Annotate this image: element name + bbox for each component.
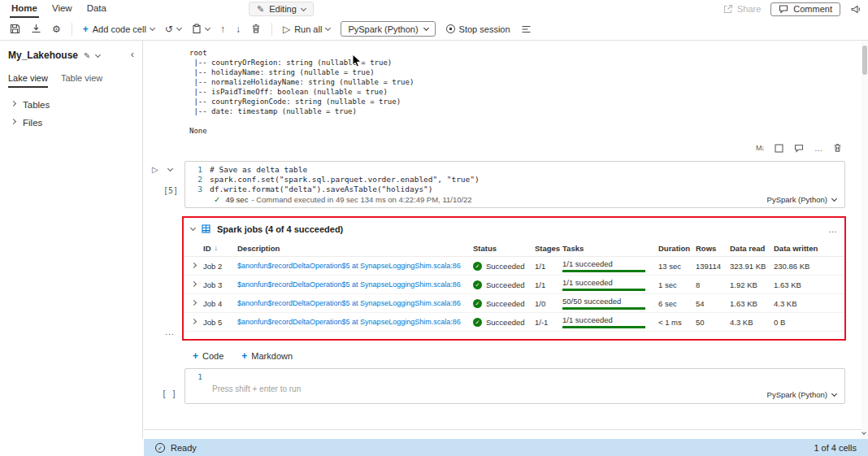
pencil-icon: ✎ [257,4,264,15]
line-number: 1 [185,165,210,175]
cell-execution-count: [ ] [162,389,176,398]
comment-label: Comment [793,4,832,14]
comment-icon[interactable] [794,144,804,153]
spark-job-row[interactable]: Job 4 $anonfun$recordDeltaOperation$5 at… [184,294,844,313]
comment-button[interactable]: Comment [770,2,840,16]
chevron-down-icon [831,196,837,202]
tab-lake-view[interactable]: Lake view [8,73,48,88]
expand-row-icon[interactable] [191,318,197,324]
job-description-link[interactable]: $anonfun$recordDeltaOperation$5 at Synap… [237,318,473,326]
code-editor[interactable]: 1 # Save as delta table 2 spark.conf.set… [185,162,844,194]
cell-language-selector[interactable]: PySpark (Python) [767,390,836,399]
tab-table-view[interactable]: Table view [61,73,102,88]
expand-row-icon[interactable] [191,280,197,286]
chevron-down-icon[interactable] [95,51,101,57]
cell-output-schema: root |-- countryOrRegion: string (nullab… [189,48,414,136]
job-stages: 1/1 [535,280,562,289]
more-options-icon[interactable]: … [828,224,837,234]
job-rows: 54 [696,299,730,308]
session-list-icon[interactable] [521,24,532,34]
stop-session-button[interactable]: Stop session [446,24,510,34]
add-code-label: Code [202,351,224,361]
column-header-rows[interactable]: Rows [696,244,730,253]
rename-pencil-icon[interactable]: ✎ [84,51,90,60]
mouse-cursor [352,54,362,68]
language-selector[interactable]: PySpark (Python) [341,21,435,37]
ready-check-icon: ✓ [155,443,165,453]
code-cell[interactable]: 1 # Save as delta table 2 spark.conf.set… [184,161,845,208]
expand-row-icon[interactable] [191,299,197,305]
move-cell-up-icon[interactable]: ↑ [220,24,225,34]
paste-button[interactable] [192,24,210,34]
delete-cell-icon[interactable] [251,24,261,34]
save-icon[interactable] [10,24,20,34]
expand-row-icon[interactable] [191,262,197,267]
sidebar-item-files[interactable]: Files [11,117,50,128]
job-data-read: 1.92 KB [730,280,774,289]
spark-jobs-header[interactable]: Spark jobs (4 of 4 succeeded) … [184,218,844,240]
stop-icon [446,24,455,33]
column-header-duration[interactable]: Duration [658,244,696,253]
convert-to-markdown-icon[interactable]: M↓ [756,144,764,152]
success-check-icon: ✓ [214,195,220,204]
export-icon[interactable] [31,24,41,34]
delete-cell-icon[interactable] [833,143,842,153]
job-status: Succeeded [486,299,525,308]
cell-language-selector[interactable]: PySpark (Python) [767,195,836,204]
run-cell-icon[interactable]: ▷ [152,165,158,174]
spark-job-row[interactable]: Job 2 $anonfun$recordDeltaOperation$5 at… [184,257,844,276]
lakehouse-title: My_Lakehouse ✎ [8,50,100,61]
job-data-read: 4.3 KB [730,318,774,327]
scrollbar-thumb[interactable] [862,46,867,75]
column-header-tasks[interactable]: Tasks [562,244,658,253]
empty-code-cell[interactable]: 1 Press shift + enter to run PySpark (Py… [184,368,845,404]
run-all-label: Run all [294,24,322,34]
more-commands-icon[interactable]: … [814,144,822,153]
add-cell-buttons: + Code + Markdown [193,350,293,362]
job-id: Job 3 [203,280,237,289]
tab-home[interactable]: Home [10,0,39,18]
settings-gear-icon[interactable]: ⚙ [52,24,61,34]
undo-button[interactable]: ↺ [165,24,181,34]
share-button[interactable]: Share [723,4,761,14]
move-cell-down-icon[interactable]: ↓ [236,24,241,34]
play-icon: ▷ [283,24,290,34]
scroll-down-arrow[interactable] [862,425,866,436]
clipboard-icon [192,24,202,34]
vertical-scrollbar[interactable] [861,41,868,439]
feedback-icon[interactable] [850,4,861,15]
run-all-button[interactable]: ▷ Run all [283,24,330,34]
add-code-cell-button[interactable]: + Add code cell [83,24,154,35]
collapse-output-icon[interactable] [775,144,783,153]
job-description-link[interactable]: $anonfun$recordDeltaOperation$5 at Synap… [237,262,473,270]
column-header-id[interactable]: ID [203,244,211,253]
add-markdown-button[interactable]: + Markdown [241,350,293,362]
tab-data[interactable]: Data [85,0,108,18]
column-header-description[interactable]: Description [237,244,473,253]
editing-mode-dropdown[interactable]: ✎ Editing [249,2,314,16]
job-description-link[interactable]: $anonfun$recordDeltaOperation$5 at Synap… [237,280,473,289]
succeeded-icon: ✓ [473,262,482,271]
line-number: 1 [185,372,210,382]
column-header-status[interactable]: Status [473,244,535,253]
collapse-sidebar-icon[interactable]: ‹ [131,48,134,60]
chevron-down-icon[interactable] [167,166,173,172]
tasks-progress-bar [562,289,645,291]
job-description-link[interactable]: $anonfun$recordDeltaOperation$5 at Synap… [237,299,473,307]
column-header-data-read[interactable]: Data read [730,244,774,253]
job-duration: 1 sec [658,280,696,289]
tab-view[interactable]: View [50,0,74,18]
spark-job-row[interactable]: Job 5 $anonfun$recordDeltaOperation$5 at… [184,313,844,332]
job-data-written: 4.3 KB [774,299,841,308]
column-header-stages[interactable]: Stages [535,244,562,253]
job-status: Succeeded [486,262,525,271]
menubar: Home View Data ✎ Editing Share Comment [0,0,868,18]
add-code-button[interactable]: + Code [193,350,224,362]
job-data-read: 1.63 KB [730,299,774,308]
sidebar-item-tables[interactable]: Tables [11,99,50,110]
collapsed-output-marker[interactable]: ... [165,327,175,337]
chevron-down-icon[interactable] [190,225,196,231]
column-header-data-written[interactable]: Data written [774,244,841,253]
spark-job-row[interactable]: Job 3 $anonfun$recordDeltaOperation$5 at… [184,276,844,294]
job-stages: 1/0 [535,299,562,308]
